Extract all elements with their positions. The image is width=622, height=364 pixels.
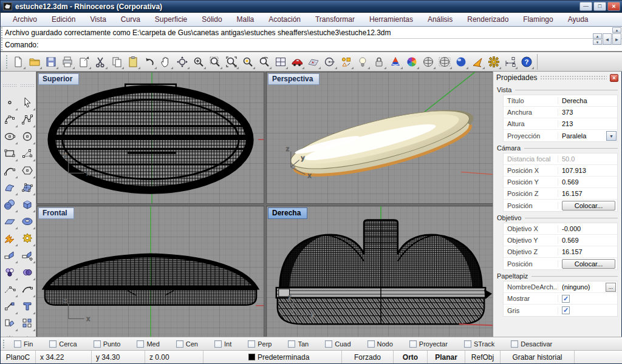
osnap-punto-checkbox[interactable]	[94, 340, 101, 348]
menu-curva[interactable]: Curva	[114, 13, 148, 26]
browse-file-button[interactable]: ...	[606, 283, 616, 292]
plane-tool[interactable]	[2, 214, 18, 229]
left-toolbar-grip[interactable]	[2, 84, 17, 87]
render-button[interactable]	[388, 54, 403, 70]
render-preview-button[interactable]	[453, 54, 469, 70]
left-toolbar-grip2[interactable]	[20, 84, 35, 87]
proyeccion-value[interactable]: Paralela▼	[558, 131, 617, 141]
boolean-tool[interactable]	[19, 231, 35, 246]
color-blend-tool[interactable]	[19, 265, 35, 280]
viewport-perspectiva[interactable]: Perspectiva	[266, 72, 494, 204]
export-button[interactable]	[76, 54, 92, 70]
color-wheel-button[interactable]	[404, 54, 420, 70]
paste-button[interactable]	[125, 54, 141, 70]
polyline-tool[interactable]	[19, 112, 35, 127]
posicion-y-value[interactable]: 0.569	[558, 178, 617, 186]
objetivo-z-value[interactable]: 16.157	[558, 248, 617, 255]
layer-indicator[interactable]: Predeterminada	[203, 351, 342, 363]
osnap-fin-checkbox[interactable]	[14, 340, 21, 348]
menu-archivo[interactable]: Archivo	[5, 13, 44, 26]
new-file-button[interactable]	[10, 54, 26, 70]
flamingo-button[interactable]	[470, 54, 485, 70]
anchura-value[interactable]: 373	[558, 109, 617, 116]
viewport-tab-frontal[interactable]: Frontal	[38, 207, 74, 219]
layer-light-button[interactable]	[355, 54, 371, 70]
osnap-cen[interactable]: Cen	[176, 340, 198, 348]
osnap-perp-checkbox[interactable]	[248, 340, 255, 348]
open-file-button[interactable]	[27, 54, 43, 70]
cut-button[interactable]	[92, 54, 108, 70]
copy-button[interactable]	[109, 54, 125, 70]
osnap-cuad[interactable]: Cuad	[325, 340, 350, 348]
panel-close-icon[interactable]: ×	[610, 74, 618, 82]
offset-tool[interactable]	[2, 315, 18, 331]
box-tool[interactable]	[19, 197, 35, 212]
options-gear-button[interactable]	[486, 54, 502, 70]
curve-edit-tool[interactable]	[19, 281, 35, 297]
osnap-nodo-checkbox[interactable]	[367, 340, 375, 348]
viewport-superior[interactable]: Superior	[36, 72, 264, 204]
osnap-desactivar-checkbox[interactable]	[511, 340, 518, 348]
osnap-cen-checkbox[interactable]	[176, 340, 183, 348]
osnap-int-checkbox[interactable]	[214, 340, 222, 348]
viewport-tab-superior[interactable]: Superior	[38, 73, 79, 85]
dimension-button[interactable]	[502, 54, 518, 70]
array-tool[interactable]	[19, 315, 35, 331]
named-views-button[interactable]	[338, 54, 354, 70]
menu-flamingo[interactable]: Flamingo	[516, 13, 560, 26]
torus-tool[interactable]	[19, 214, 35, 229]
print-button[interactable]	[60, 54, 75, 70]
viewport-tab-perspectiva[interactable]: Perspectiva	[268, 73, 320, 85]
objetivo-colocar-button[interactable]: Colocar...	[562, 259, 615, 269]
undo-button[interactable]	[142, 54, 157, 70]
gris-checkbox[interactable]: ✓	[562, 306, 570, 314]
pan-view-button[interactable]	[158, 54, 174, 70]
arc-tool[interactable]	[2, 163, 18, 178]
osnap-tan[interactable]: Tan	[288, 340, 309, 348]
text-tool[interactable]	[19, 298, 35, 314]
menu-transformar[interactable]: Transformar	[308, 13, 362, 26]
minimize-button[interactable]: —	[579, 2, 592, 11]
menu-ayuda[interactable]: Ayuda	[561, 13, 596, 26]
menu-superficie[interactable]: Superficie	[148, 13, 194, 26]
osnap-proyectar[interactable]: Proyectar	[409, 340, 448, 348]
curve-tool[interactable]	[2, 112, 18, 127]
osnap-strack[interactable]: STrack	[464, 340, 494, 348]
viewport-derecha[interactable]: Derecha	[266, 206, 494, 338]
command-spin-down-icon[interactable]: ▼	[593, 39, 602, 45]
split-tool[interactable]	[19, 248, 35, 263]
toggle-planar[interactable]: Planar	[428, 351, 465, 363]
menu-analisis[interactable]: Análisis	[420, 13, 460, 26]
posicion-x-value[interactable]: 107.913	[558, 167, 617, 174]
posicion-z-value[interactable]: 16.157	[558, 190, 617, 197]
osnap-punto[interactable]: Punto	[94, 340, 121, 348]
rotate-view-button[interactable]	[174, 54, 190, 70]
cone-tool[interactable]	[19, 146, 35, 161]
select-tool[interactable]	[19, 95, 35, 110]
menu-malla[interactable]: Malla	[230, 13, 262, 26]
proyeccion-dropdown-icon[interactable]: ▼	[606, 131, 617, 141]
shaded-view-button[interactable]	[420, 54, 436, 70]
move-tool[interactable]	[2, 298, 18, 314]
nombre-archivo-value[interactable]: (ninguno)...	[558, 283, 617, 292]
command-spin-up-icon[interactable]: ▲	[593, 33, 602, 39]
point-cloud-tool[interactable]	[2, 265, 18, 280]
osnap-int[interactable]: Int	[214, 340, 231, 348]
menu-edicion[interactable]: Edición	[44, 13, 83, 26]
ghosted-view-button[interactable]	[437, 54, 453, 70]
explode-tool[interactable]	[2, 231, 18, 246]
trim-tool[interactable]	[2, 248, 18, 263]
osnap-cerca-checkbox[interactable]	[49, 340, 56, 348]
osnap-desactivar[interactable]: Desactivar	[511, 340, 552, 348]
mostrar-checkbox[interactable]: ✓	[562, 295, 570, 303]
close-button[interactable]: ×	[607, 2, 620, 11]
surface-from-points-tool[interactable]	[19, 180, 35, 195]
rectangle-tool[interactable]	[2, 146, 18, 161]
camera-colocar-button[interactable]: Colocar...	[562, 201, 615, 211]
zoom-dynamic-button[interactable]	[191, 54, 207, 70]
toggle-grabar-historial[interactable]: Grabar historial	[501, 351, 575, 363]
toolbar-grip[interactable]	[5, 55, 8, 69]
sphere-tool[interactable]	[2, 197, 18, 212]
menu-acotacion[interactable]: Acotación	[261, 13, 308, 26]
cplane-button[interactable]	[306, 54, 321, 70]
